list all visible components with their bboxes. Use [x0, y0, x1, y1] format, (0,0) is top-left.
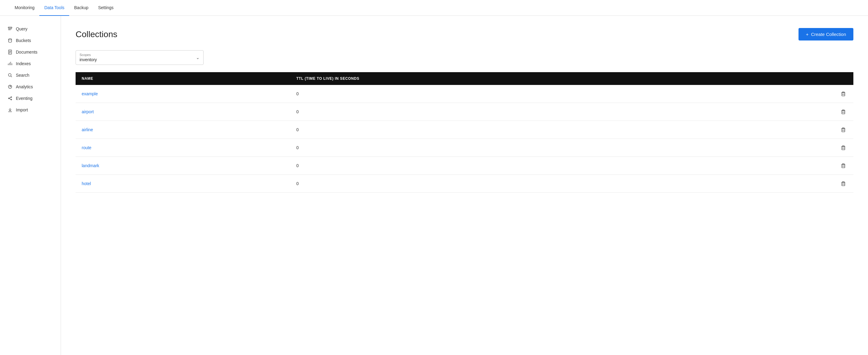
collection-ttl-cell: 0	[290, 139, 833, 157]
chevron-down-icon: ⌄	[196, 55, 199, 60]
collection-name-cell: example	[75, 85, 290, 103]
collection-actions-cell	[833, 103, 854, 121]
sidebar-item-indexes[interactable]: Indexes	[0, 58, 61, 69]
trash-icon	[841, 181, 846, 186]
nav-settings[interactable]: Settings	[93, 0, 119, 16]
sidebar: Query Buckets Documents	[0, 16, 61, 355]
nav-backup[interactable]: Backup	[69, 0, 93, 16]
collection-actions-cell	[833, 121, 854, 139]
svg-rect-37	[842, 182, 845, 186]
collection-link[interactable]: airline	[82, 127, 93, 132]
sidebar-label-query: Query	[16, 27, 27, 31]
page-header: Collections + Create Collection	[75, 28, 854, 40]
collection-actions-cell	[833, 175, 854, 193]
delete-collection-button[interactable]	[839, 90, 847, 98]
sidebar-item-buckets[interactable]: Buckets	[0, 35, 61, 46]
collection-ttl-cell: 0	[290, 103, 833, 121]
column-ttl: TTL (TIME TO LIVE) IN SECONDS	[290, 72, 833, 85]
nav-data-tools[interactable]: Data Tools	[39, 0, 69, 16]
sidebar-item-query[interactable]: Query	[0, 23, 61, 35]
collection-name-cell: route	[75, 139, 290, 157]
sidebar-label-eventing: Eventing	[16, 96, 32, 101]
svg-point-17	[11, 99, 12, 100]
documents-icon	[7, 49, 13, 55]
trash-icon	[841, 109, 846, 114]
sidebar-item-search[interactable]: Search	[0, 69, 61, 81]
column-name: NAME	[75, 72, 290, 85]
table-row: landmark 0	[75, 157, 854, 175]
collections-table: NAME TTL (TIME TO LIVE) IN SECONDS examp…	[75, 72, 854, 193]
delete-collection-button[interactable]	[839, 126, 847, 134]
scopes-value: inventory	[80, 57, 199, 62]
sidebar-item-documents[interactable]: Documents	[0, 46, 61, 58]
collection-name-cell: airline	[75, 121, 290, 139]
search-icon	[7, 72, 13, 78]
svg-rect-22	[842, 93, 845, 96]
svg-line-19	[9, 99, 11, 99]
collection-link[interactable]: airport	[82, 109, 94, 114]
eventing-icon	[7, 96, 13, 101]
svg-point-15	[8, 98, 9, 99]
table-body: example 0 airport 0	[75, 85, 854, 193]
analytics-icon	[7, 84, 13, 90]
nav-monitoring[interactable]: Monitoring	[10, 0, 39, 16]
main-layout: Query Buckets Documents	[0, 16, 868, 355]
trash-icon	[841, 163, 846, 168]
delete-collection-button[interactable]	[839, 108, 847, 116]
sidebar-label-import: Import	[16, 107, 28, 112]
indexes-icon	[7, 61, 13, 66]
sidebar-item-eventing[interactable]: Eventing	[0, 93, 61, 104]
collection-link[interactable]: example	[82, 91, 98, 96]
delete-collection-button[interactable]	[839, 144, 847, 152]
svg-rect-31	[842, 146, 845, 150]
collection-ttl-cell: 0	[290, 85, 833, 103]
sidebar-item-analytics[interactable]: Analytics	[0, 81, 61, 93]
collection-name-cell: landmark	[75, 157, 290, 175]
table-row: example 0	[75, 85, 854, 103]
svg-rect-0	[8, 27, 12, 28]
import-icon	[7, 107, 13, 113]
sidebar-label-documents: Documents	[16, 49, 37, 55]
svg-point-16	[11, 97, 12, 98]
collection-actions-cell	[833, 139, 854, 157]
collection-name-cell: airport	[75, 103, 290, 121]
sidebar-label-buckets: Buckets	[16, 38, 31, 43]
collection-actions-cell	[833, 157, 854, 175]
table-row: airline 0	[75, 121, 854, 139]
scopes-label: Scopes	[80, 53, 199, 57]
column-actions	[833, 72, 854, 85]
page-title: Collections	[75, 30, 117, 39]
collection-actions-cell	[833, 85, 854, 103]
create-btn-plus: +	[806, 32, 809, 37]
svg-rect-25	[842, 110, 845, 114]
trash-icon	[841, 145, 846, 150]
trash-icon	[841, 91, 846, 97]
svg-rect-28	[842, 129, 845, 132]
query-icon	[7, 26, 13, 32]
table-row: airport 0	[75, 103, 854, 121]
svg-line-18	[9, 98, 11, 98]
delete-collection-button[interactable]	[839, 162, 847, 170]
trash-icon	[841, 127, 846, 133]
main-content: Collections + Create Collection Scopes i…	[61, 16, 868, 355]
collection-ttl-cell: 0	[290, 121, 833, 139]
collection-ttl-cell: 0	[290, 157, 833, 175]
sidebar-label-analytics: Analytics	[16, 84, 33, 89]
table-row: route 0	[75, 139, 854, 157]
scopes-dropdown[interactable]: Scopes inventory ⌄	[75, 50, 204, 65]
svg-point-3	[8, 39, 11, 40]
delete-collection-button[interactable]	[839, 180, 847, 187]
svg-rect-34	[842, 165, 845, 168]
sidebar-item-import[interactable]: Import	[0, 104, 61, 116]
collection-ttl-cell: 0	[290, 175, 833, 193]
collection-link[interactable]: landmark	[82, 163, 99, 168]
collection-link[interactable]: hotel	[82, 181, 91, 186]
scopes-container: Scopes inventory ⌄	[75, 50, 854, 65]
top-navigation: Monitoring Data Tools Backup Settings	[0, 0, 868, 16]
create-collection-button[interactable]: + Create Collection	[799, 28, 854, 40]
sidebar-label-indexes: Indexes	[16, 61, 31, 66]
svg-point-12	[8, 74, 11, 76]
collection-link[interactable]: route	[82, 145, 91, 150]
create-btn-label: Create Collection	[811, 32, 846, 37]
table-row: hotel 0	[75, 175, 854, 193]
